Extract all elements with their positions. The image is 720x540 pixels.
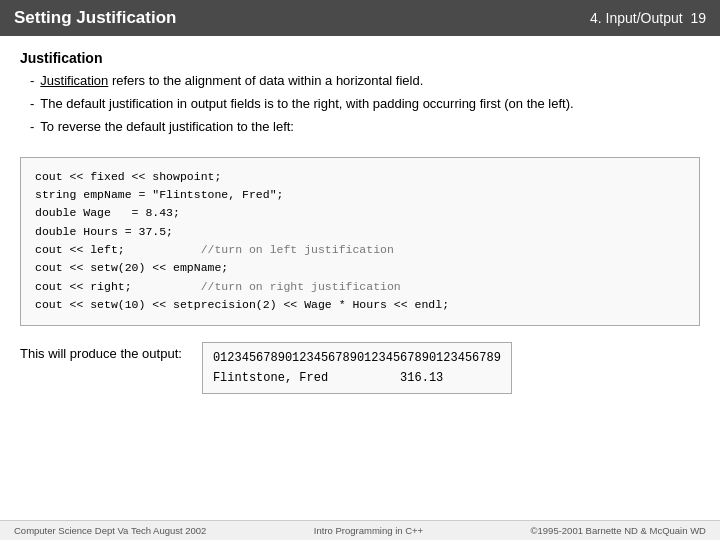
section-title: Justification <box>20 50 700 66</box>
code-line-1: cout << fixed << showpoint; <box>35 168 685 186</box>
header-bar: Setting Justification 4. Input/Output 19 <box>0 0 720 36</box>
bullet-dash-2: - <box>30 95 34 114</box>
code-line-8: cout << setw(10) << setprecision(2) << W… <box>35 296 685 314</box>
main-content: Justification - Justification refers to … <box>0 36 720 520</box>
justification-underline: Justification <box>40 73 108 88</box>
output-box: 0123456789012345678901234567890123456789… <box>202 342 512 395</box>
bullet-list: - Justification refers to the alignment … <box>30 72 700 141</box>
page-number: 19 <box>690 10 706 26</box>
footer-left: Computer Science Dept Va Tech August 200… <box>14 525 206 536</box>
code-box: cout << fixed << showpoint; string empNa… <box>20 157 700 326</box>
bullet-dash-1: - <box>30 72 34 91</box>
footer-center: Intro Programming in C++ <box>314 525 423 536</box>
code-line-6: cout << setw(20) << empName; <box>35 259 685 277</box>
output-line-2: Flintstone, Fred 316.13 <box>213 368 501 388</box>
footer: Computer Science Dept Va Tech August 200… <box>0 520 720 540</box>
section-label: 4. Input/Output <box>590 10 683 26</box>
footer-right: ©1995-2001 Barnette ND & McQuain WD <box>531 525 706 536</box>
output-section: This will produce the output: 0123456789… <box>20 342 700 395</box>
bullet-dash-3: - <box>30 118 34 137</box>
bullet-text-3: To reverse the default justification to … <box>40 118 700 137</box>
slide-title: Setting Justification <box>14 8 176 28</box>
code-line-5: cout << left; //turn on left justificati… <box>35 241 685 259</box>
bullet-item-2: - The default justification in output fi… <box>30 95 700 114</box>
code-line-7: cout << right; //turn on right justifica… <box>35 278 685 296</box>
comment-7: //turn on right justification <box>201 280 401 293</box>
code-line-2: string empName = "Flintstone, Fred"; <box>35 186 685 204</box>
bullet-text-2: The default justification in output fiel… <box>40 95 700 114</box>
bullet-text-1: Justification refers to the alignment of… <box>40 72 700 91</box>
output-line-1: 0123456789012345678901234567890123456789 <box>213 348 501 368</box>
code-line-4: double Hours = 37.5; <box>35 223 685 241</box>
output-label: This will produce the output: <box>20 342 182 361</box>
code-line-3: double Wage = 8.43; <box>35 204 685 222</box>
slide-section-page: 4. Input/Output 19 <box>590 10 706 26</box>
bullet-item-1: - Justification refers to the alignment … <box>30 72 700 91</box>
comment-5: //turn on left justification <box>201 243 394 256</box>
bullet-item-3: - To reverse the default justification t… <box>30 118 700 137</box>
slide: Setting Justification 4. Input/Output 19… <box>0 0 720 540</box>
